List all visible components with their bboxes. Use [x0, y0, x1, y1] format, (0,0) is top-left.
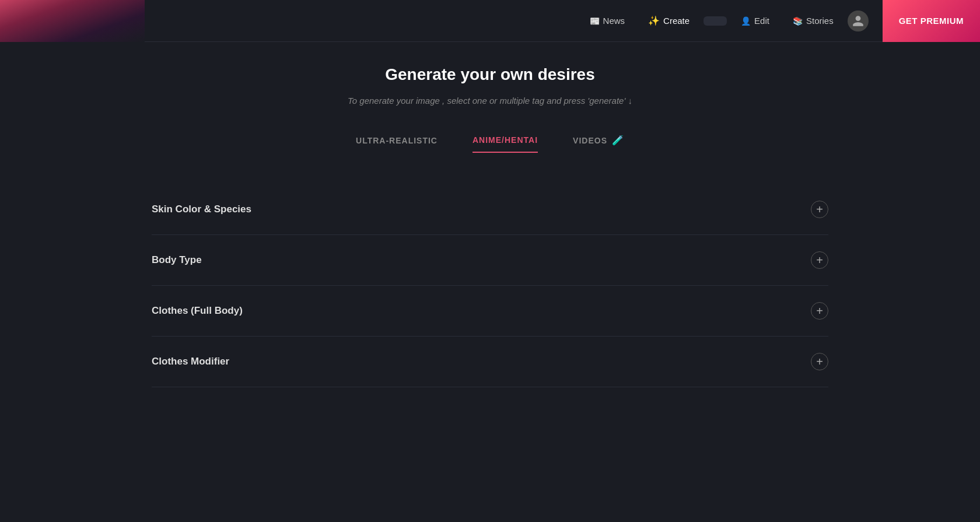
header-left	[0, 0, 145, 42]
accordion-title-clothes-full-body: Clothes (Full Body)	[152, 305, 243, 317]
tabs-container: ULTRA-REALISTIC ANIME/HENTAI VIDEOS 🧪	[152, 135, 828, 155]
accordion-title-skin-color: Skin Color & Species	[152, 204, 251, 215]
nav-item-edit[interactable]: 👤 Edit	[732, 11, 779, 30]
user-avatar[interactable]	[848, 10, 869, 31]
nav-item-stories[interactable]: 📚 Stories	[783, 11, 843, 30]
accordion-header-clothes-modifier[interactable]: Clothes Modifier +	[152, 353, 828, 370]
nav-item-news[interactable]: 📰 News	[580, 11, 635, 30]
main-content: Generate your own desires To generate yo…	[140, 42, 840, 387]
nav-stories-label: Stories	[806, 16, 834, 26]
logo-area	[0, 0, 145, 42]
edit-icon: 👤	[741, 16, 751, 26]
create-star-icon: ✨	[648, 15, 660, 26]
header: 📰 News ✨ Create 👤 Edit 📚 Stories GET PRE…	[0, 0, 980, 42]
logo-gradient-block	[0, 0, 145, 42]
accordion-title-body-type: Body Type	[152, 254, 202, 266]
news-icon: 📰	[590, 16, 600, 26]
accordion-section-skin-color: Skin Color & Species +	[152, 184, 828, 235]
nav-create-label: Create	[663, 16, 690, 26]
stories-icon: 📚	[793, 16, 803, 26]
nav-item-create[interactable]: ✨ Create	[639, 10, 699, 31]
nav-active-tab[interactable]	[704, 16, 727, 26]
videos-beta-icon: 🧪	[612, 135, 624, 146]
accordion-section-clothes-modifier: Clothes Modifier +	[152, 337, 828, 387]
premium-button[interactable]: GET PREMIUM	[883, 0, 980, 42]
nav-edit-label: Edit	[754, 16, 769, 26]
page-title: Generate your own desires	[152, 65, 828, 84]
tab-videos-label: VIDEOS	[573, 136, 607, 145]
accordion-title-clothes-modifier: Clothes Modifier	[152, 356, 229, 367]
accordion-expand-icon-clothes-modifier[interactable]: +	[811, 353, 828, 370]
user-avatar-icon	[852, 15, 864, 27]
accordion-expand-icon-skin-color[interactable]: +	[811, 201, 828, 218]
accordion-header-clothes-full-body[interactable]: Clothes (Full Body) +	[152, 302, 828, 320]
tab-anime-hentai[interactable]: ANIME/HENTAI	[473, 135, 538, 153]
tab-ultra-realistic[interactable]: ULTRA-REALISTIC	[356, 136, 438, 152]
accordion-expand-icon-clothes-full-body[interactable]: +	[811, 302, 828, 320]
tab-anime-hentai-label: ANIME/HENTAI	[473, 135, 538, 145]
tab-ultra-realistic-label: ULTRA-REALISTIC	[356, 136, 438, 145]
accordion-expand-icon-body-type[interactable]: +	[811, 251, 828, 269]
accordion-section-clothes-full-body: Clothes (Full Body) +	[152, 286, 828, 337]
tab-videos[interactable]: VIDEOS 🧪	[573, 135, 624, 153]
page-subtitle: To generate your image , select one or m…	[152, 96, 828, 106]
accordion-header-skin-color[interactable]: Skin Color & Species +	[152, 201, 828, 218]
nav-news-label: News	[603, 16, 625, 26]
header-nav: 📰 News ✨ Create 👤 Edit 📚 Stories	[580, 10, 883, 31]
accordion-header-body-type[interactable]: Body Type +	[152, 251, 828, 269]
accordion-section-body-type: Body Type +	[152, 235, 828, 286]
